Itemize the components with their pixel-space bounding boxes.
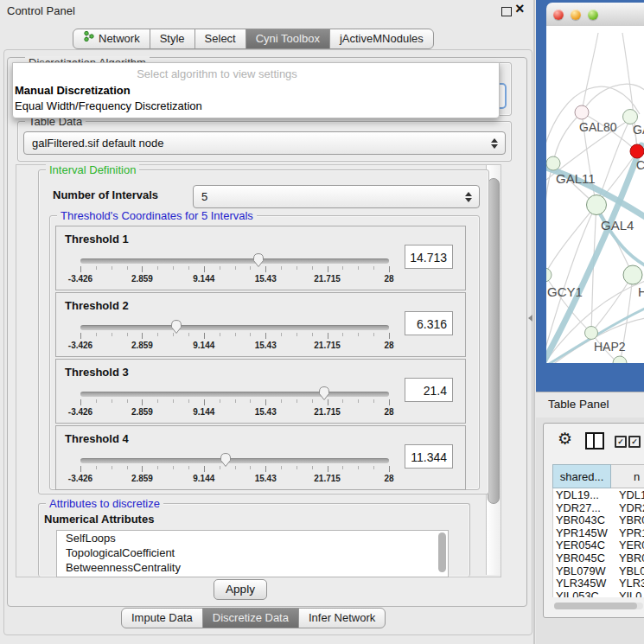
close-icon[interactable]: × [515,0,525,18]
threshold-value-field[interactable]: 6.316 [405,311,453,335]
network-edge[interactable] [546,163,553,275]
threshold-value-field[interactable]: 21.4 [405,378,453,402]
threshold-value-field[interactable]: 11.344 [405,444,453,469]
tab-label: Infer Network [309,609,375,628]
slider-track[interactable] [80,258,389,264]
table-row[interactable]: YLR345WYLR3 [553,577,644,590]
checkbox-icon[interactable]: ✓ [615,436,627,448]
settings-gear-icon[interactable]: ⚙ [558,430,572,448]
horizontal-scrollbar[interactable] [554,603,643,609]
table-row[interactable]: YBR045CYBR0 [553,552,644,564]
cell-name: YLR3 [615,577,644,590]
popup-item-manual-discretization[interactable]: Manual Discretization [15,84,131,97]
slider-tick [281,266,282,270]
cell-name: YDR2 [615,501,644,514]
table-row[interactable]: YBL079WYBL0 [553,564,644,577]
slider-tick [265,466,266,472]
table-row[interactable]: YER054CYER0 [553,539,644,552]
slider-track[interactable] [80,458,389,463]
slider-tick [80,466,81,472]
slider-track[interactable] [80,392,389,397]
cell-shared-name: YBR043C [553,513,615,526]
slider-tick [188,399,189,403]
slider-tick [373,266,374,270]
attributes-list-scrollbar-thumb[interactable] [438,532,446,572]
node-bottom-partial[interactable] [613,356,627,363]
node-selected-red[interactable] [630,144,644,158]
slider-tick [342,399,343,403]
slider-thumb[interactable] [169,319,183,335]
slider-tick [127,266,128,270]
slider-thumb[interactable] [219,452,233,468]
minimize-traffic-light-icon[interactable] [571,10,581,20]
column-header-shared-name[interactable]: shared... [552,464,611,488]
network-graph[interactable]: GAL80GACGAL11GAL4GCY1HHAP2 [546,26,644,363]
horizontal-scrollbar-thumb[interactable] [554,603,637,609]
float-window-icon[interactable] [501,7,512,16]
node-gcy1[interactable] [546,268,552,282]
number-of-intervals-combobox[interactable]: 5 [193,185,480,208]
numerical-attributes-list[interactable]: SelfLoopsTopologicalCoefficientBetweenne… [56,530,449,577]
cell-name: YDL1 [615,488,644,501]
column-header-name[interactable]: n [611,464,644,488]
slider-track[interactable] [80,325,389,330]
threshold-slider-2[interactable]: -3.4262.8599.14415.4321.71528 [80,317,389,354]
attribute-list-item[interactable]: SelfLoops [57,531,448,545]
table-row[interactable]: YDR27...YDR2 [553,501,644,514]
node-gcy1-label: GCY1 [547,284,583,299]
table-row[interactable]: YIL053CYIL0 [553,590,644,597]
tab-jactivemnodules[interactable]: jActiveMNodules [329,29,434,49]
node-gal80[interactable] [575,105,589,119]
tab-impute-data[interactable]: Impute Data [121,608,203,628]
apply-button[interactable]: Apply [214,579,267,600]
popup-item-equal-width-frequency[interactable]: Equal Width/Frequency Discretization [15,99,202,112]
node-gal11[interactable] [546,156,560,170]
tab-select[interactable]: Select [194,29,246,49]
tab-network[interactable]: Network [73,29,150,49]
slider-tick [296,333,297,336]
divider-grip-icon[interactable] [528,315,532,322]
close-traffic-light-icon[interactable] [553,10,564,20]
slider-tick [389,266,390,272]
network-canvas[interactable]: GAL80GACGAL11GAL4GCY1HHAP2 [546,26,644,363]
tab-style[interactable]: Style [150,29,195,49]
node-top-right[interactable] [623,110,638,124]
cell-name: YPR1 [615,526,644,539]
node-right-mid[interactable] [623,265,642,284]
network-edge[interactable] [582,33,598,112]
node-gal4[interactable] [587,195,607,215]
combo-spinner-icon [490,137,498,150]
panel-divider[interactable] [533,0,535,644]
checkbox-icon[interactable]: ✓ [628,436,641,448]
table-row[interactable]: YBR043CYBR0 [553,513,644,526]
table-row[interactable]: YDL19...YDL1 [553,488,644,501]
attribute-list-item[interactable]: TopologicalCoefficient [57,545,448,560]
threshold-slider-1[interactable]: -3.4262.8599.14415.4321.71528 [80,251,389,287]
tab-discretize-data[interactable]: Discretize Data [202,608,299,628]
slider-tick-label: -3.426 [68,407,92,417]
node-hap2[interactable] [585,327,598,340]
slider-tick [328,333,328,339]
attributes-group-title: Attributes to discretize [46,497,163,510]
table-panel-header: Table Panel [536,392,644,418]
split-columns-icon[interactable] [585,432,604,450]
table-data-combobox[interactable]: galFiltered.sif default node [23,131,506,155]
slider-thumb[interactable] [317,386,331,401]
network-window-titlebar[interactable] [546,3,644,27]
vertical-scrollbar-thumb[interactable] [488,178,500,504]
slider-thumb[interactable] [252,252,265,268]
table-row[interactable]: YPR145WYPR1 [553,526,644,539]
tab-infer-network[interactable]: Infer Network [298,608,386,628]
tab-cyni-toolbox[interactable]: Cyni Toolbox [245,29,330,49]
slider-tick [235,333,236,336]
attribute-list-item[interactable]: BetweennessCentrality [57,560,448,575]
threshold-value-field[interactable]: 14.713 [405,245,453,269]
slider-tick [328,266,328,272]
threshold-slider-4[interactable]: -3.4262.8599.14415.4321.71528 [80,450,389,487]
zoom-traffic-light-icon[interactable] [588,10,598,20]
slider-tick [281,333,282,336]
tab-label: jActiveMNodules [340,29,424,48]
threshold-slider-3[interactable]: -3.4262.8599.14415.4321.71528 [80,384,389,420]
node-selected-red-label: C [636,158,644,172]
slider-tick [96,466,97,469]
